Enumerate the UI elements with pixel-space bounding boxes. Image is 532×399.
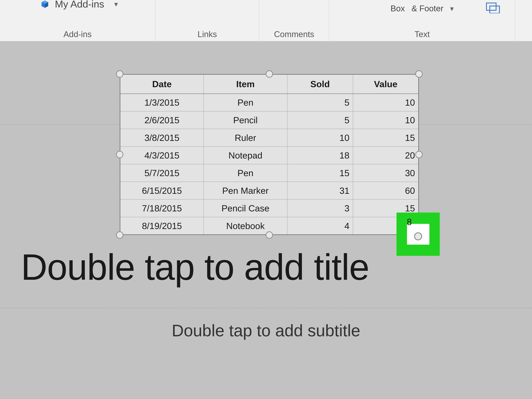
resize-handle-bottom-left[interactable] [116,231,123,239]
cell-item[interactable]: Pencil Case [204,200,287,217]
cell-date[interactable]: 2/6/2015 [120,111,204,129]
resize-handle-bottom-mid[interactable] [266,231,273,239]
ribbon-group-text: Box & Footer ▾ Text [329,0,515,41]
cell-sold[interactable]: 5 [287,111,353,129]
ribbon: My Add-ins ▾ Add-ins Links Comments Box … [0,0,532,42]
resize-cursor-highlight[interactable]: 8 [397,212,440,256]
cell-sold[interactable]: 10 [287,129,353,147]
header-footer-button[interactable]: & Footer [412,4,443,13]
inserted-table-object[interactable]: Date Item Sold Value 1/3/2015Pen5102/6/2… [120,74,419,235]
resize-handle-bottom-right[interactable] [414,232,422,240]
cell-sold[interactable]: 5 [287,94,353,111]
my-addins-button[interactable]: My Add-ins ▾ [40,0,118,10]
cell-date[interactable]: 5/7/2015 [120,164,204,182]
resize-handle-mid-left[interactable] [116,151,123,158]
cell-item[interactable]: Ruler [204,129,287,147]
ribbon-group-links: Links [155,0,259,41]
cell-value[interactable]: 60 [353,182,419,200]
ribbon-group-label-links: Links [197,29,217,39]
ribbon-group-addins: My Add-ins ▾ Add-ins [0,0,155,41]
title-placeholder[interactable]: Double tap to add title [21,246,532,288]
subtitle-placeholder[interactable]: Double tap to add subtitle [0,321,532,340]
svg-rect-4 [490,6,500,13]
data-table[interactable]: Date Item Sold Value 1/3/2015Pen5102/6/2… [120,74,419,235]
table-row[interactable]: 3/8/2015Ruler1015 [120,129,419,147]
col-header-item[interactable]: Item [204,74,287,94]
cell-item[interactable]: Pen [204,164,287,182]
cell-sold[interactable]: 15 [287,164,353,182]
cell-value[interactable]: 30 [353,164,419,182]
col-header-date[interactable]: Date [120,74,204,94]
ribbon-group-comments: Comments [259,0,329,41]
cell-date[interactable]: 3/8/2015 [120,129,204,147]
cell-item[interactable]: Notepad [204,147,287,164]
my-addins-label: My Add-ins [55,0,104,10]
resize-handle-top-mid[interactable] [266,70,273,78]
cell-sold[interactable]: 18 [287,147,353,164]
table-row[interactable]: 2/6/2015Pencil510 [120,111,419,129]
svg-rect-3 [487,3,496,10]
resize-handle-top-left[interactable] [116,70,123,78]
cell-date[interactable]: 8/19/2015 [120,217,204,235]
table-row[interactable]: 4/3/2015Notepad1820 [120,147,419,164]
resize-handle-top-right[interactable] [415,70,423,78]
cell-item[interactable]: Pen Marker [204,182,287,200]
cell-value[interactable]: 20 [353,147,419,164]
ribbon-group-label-text: Text [414,29,430,39]
cell-value[interactable]: 15 [353,129,419,147]
table-row[interactable]: 1/3/2015Pen510 [120,94,419,111]
cell-item[interactable]: Pen [204,94,287,111]
chevron-down-icon[interactable]: ▾ [450,4,454,13]
cell-sold[interactable]: 31 [287,182,353,200]
table-row[interactable]: 5/7/2015Pen1530 [120,164,419,182]
ribbon-group-label-addins: Add-ins [63,29,92,39]
col-header-sold[interactable]: Sold [287,74,353,94]
table-row[interactable]: 7/18/2015Pencil Case315 [120,200,419,217]
text-box-button[interactable]: Box [391,4,405,13]
chevron-down-icon[interactable]: ▾ [114,0,118,8]
cell-value: 8 [407,217,412,227]
cell-sold[interactable]: 3 [287,200,353,217]
cell-date[interactable]: 7/18/2015 [120,200,204,217]
slide-canvas[interactable]: Date Item Sold Value 1/3/2015Pen5102/6/2… [0,42,532,399]
cell-item[interactable]: Pencil [204,111,287,129]
object-icon[interactable] [485,2,500,13]
table-row[interactable]: 6/15/2015Pen Marker3160 [120,182,419,200]
cell-value[interactable]: 10 [353,94,419,111]
cell-date[interactable]: 1/3/2015 [120,94,204,111]
placeholder-border [0,308,532,308]
col-header-value[interactable]: Value [353,74,419,94]
resize-handle-mid-right[interactable] [415,151,423,158]
cell-item[interactable]: Notebook [204,217,287,235]
cell-sold[interactable]: 4 [287,217,353,235]
addins-icon [40,0,50,9]
ribbon-group-label-comments: Comments [274,29,314,39]
cell-date[interactable]: 4/3/2015 [120,147,204,164]
cell-value[interactable]: 10 [353,111,419,129]
cell-date[interactable]: 6/15/2015 [120,182,204,200]
